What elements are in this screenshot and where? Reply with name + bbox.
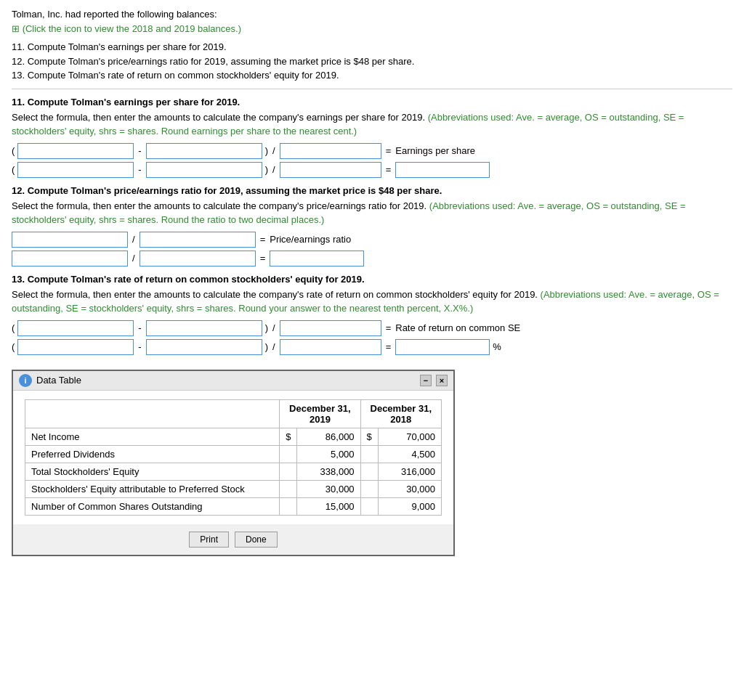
eps-input2b[interactable] — [146, 162, 262, 178]
minus-2: - — [137, 164, 142, 175]
table-icon: ⊞ — [12, 23, 20, 34]
col-label-header — [25, 399, 280, 428]
eps-result-label: Earnings per share — [395, 145, 475, 156]
pe-formula-row1: / = Price/earnings ratio — [12, 232, 732, 248]
pe-input2a[interactable] — [12, 251, 128, 266]
paren-close-2: ) — [265, 164, 268, 175]
section11-instructions: Select the formula, then enter the amoun… — [12, 110, 732, 139]
col-2018-header: December 31, 2018 — [360, 399, 441, 428]
data-table-link[interactable]: ⊞ (Click the icon to view the 2018 and 2… — [12, 23, 241, 34]
div-2: / — [271, 164, 277, 175]
eps-input2a[interactable] — [17, 162, 134, 178]
link-text: (Click the icon to view the 2018 and 201… — [23, 23, 241, 34]
eq-2: = — [384, 164, 393, 175]
section13-instructions: Select the formula, then enter the amoun… — [12, 288, 732, 316]
row-symbol-2018 — [360, 480, 378, 497]
paren-open-1: ( — [12, 145, 15, 156]
ror-input2a[interactable] — [17, 339, 134, 355]
row-symbol-2019 — [280, 463, 297, 480]
ror-div-2: / — [271, 341, 277, 352]
table-row: Net Income $ 86,000 $ 70,000 — [25, 428, 442, 445]
eps-input1b[interactable] — [146, 143, 262, 159]
minimize-button[interactable]: − — [420, 375, 432, 386]
paren-close-1: ) — [265, 145, 268, 156]
section13-header: 13. Compute Tolman's rate of return on c… — [12, 274, 732, 285]
divider-1 — [12, 89, 732, 89]
row-val-2019: 30,000 — [297, 480, 360, 497]
row-symbol-2018 — [360, 463, 378, 480]
ror-eq-1: = — [384, 322, 393, 333]
close-button[interactable]: × — [436, 375, 448, 386]
paren-open-2: ( — [12, 164, 15, 175]
row-symbol-2019 — [280, 480, 297, 497]
row-val-2018: 9,000 — [378, 497, 441, 515]
pe-input1a[interactable] — [12, 232, 128, 248]
pe-eq-2: = — [259, 253, 267, 264]
percent-symbol: % — [493, 341, 501, 352]
eps-formula-row1: ( - ) / = Earnings per share — [12, 143, 732, 159]
row-symbol-2019 — [280, 445, 297, 463]
section12-header: 12. Compute Tolman's price/earnings rati… — [12, 185, 732, 196]
table-row: Total Stockholders' Equity 338,000 316,0… — [25, 463, 442, 480]
ror-input1c[interactable] — [280, 320, 381, 336]
table-header-row: December 31, 2019 December 31, 2018 — [25, 399, 442, 428]
eps-formula-row2: ( - ) / = — [12, 162, 732, 178]
ror-input2c[interactable] — [280, 339, 381, 355]
q11-intro: 11. Compute Tolman's earnings per share … — [12, 40, 732, 54]
popup-footer: Print Done — [13, 524, 453, 555]
ror-minus-2: - — [137, 341, 142, 352]
ror-formula-row2: ( - ) / = % — [12, 339, 732, 355]
row-val-2019: 86,000 — [297, 428, 360, 445]
data-table-popup: i Data Table − × December 31, 2019 Decem… — [12, 370, 455, 556]
row-symbol-2018: $ — [360, 428, 378, 445]
pe-input1b[interactable] — [140, 232, 256, 248]
pe-result-label: Price/earnings ratio — [270, 234, 351, 245]
pe-div-1: / — [131, 234, 137, 245]
eps-input1a[interactable] — [17, 143, 134, 159]
eps-result-input[interactable] — [395, 162, 490, 178]
paren-open-3: ( — [12, 322, 15, 333]
row-val-2018: 316,000 — [378, 463, 441, 480]
ror-result-input[interactable] — [395, 339, 490, 355]
ror-eq-2: = — [384, 341, 393, 352]
row-label: Stockholders' Equity attributable to Pre… — [25, 480, 280, 497]
ror-formula-row1: ( - ) / = Rate of return on common SE — [12, 320, 732, 336]
table-row: Number of Common Shares Outstanding 15,0… — [25, 497, 442, 515]
row-symbol-2019 — [280, 497, 297, 515]
div-1: / — [271, 145, 277, 156]
q13-intro: 13. Compute Tolman's rate of return on c… — [12, 68, 732, 83]
row-val-2019: 5,000 — [297, 445, 360, 463]
row-val-2018: 4,500 — [378, 445, 441, 463]
popup-titlebar-btns: − × — [420, 375, 448, 386]
row-label: Number of Common Shares Outstanding — [25, 497, 280, 515]
pe-div-2: / — [131, 253, 137, 264]
eps-input2c[interactable] — [280, 162, 381, 178]
table-row: Preferred Dividends 5,000 4,500 — [25, 445, 442, 463]
row-val-2018: 70,000 — [378, 428, 441, 445]
row-label: Net Income — [25, 428, 280, 445]
table-row: Stockholders' Equity attributable to Pre… — [25, 480, 442, 497]
print-button[interactable]: Print — [189, 532, 229, 548]
ror-div-1: / — [271, 322, 277, 333]
data-table: December 31, 2019 December 31, 2018 Net … — [25, 399, 442, 516]
row-symbol-2018 — [360, 497, 378, 515]
pe-result-input[interactable] — [270, 251, 364, 266]
ror-input1a[interactable] — [17, 320, 134, 336]
row-val-2019: 338,000 — [297, 463, 360, 480]
pe-eq-1: = — [259, 234, 267, 245]
paren-open-4: ( — [12, 341, 15, 352]
minus-1: - — [137, 145, 142, 156]
pe-input2b[interactable] — [140, 251, 256, 266]
eps-input1c[interactable] — [280, 143, 381, 159]
popup-title: Data Table — [36, 375, 81, 386]
ror-input1b[interactable] — [146, 320, 262, 336]
done-button[interactable]: Done — [235, 532, 278, 548]
popup-title-left: i Data Table — [19, 374, 81, 387]
ror-input2b[interactable] — [146, 339, 262, 355]
row-symbol-2018 — [360, 445, 378, 463]
row-val-2018: 30,000 — [378, 480, 441, 497]
info-icon: i — [19, 374, 32, 387]
ror-minus-1: - — [137, 322, 142, 333]
section12-instructions: Select the formula, then enter the amoun… — [12, 199, 732, 227]
section11-header: 11. Compute Tolman's earnings per share … — [12, 97, 732, 107]
